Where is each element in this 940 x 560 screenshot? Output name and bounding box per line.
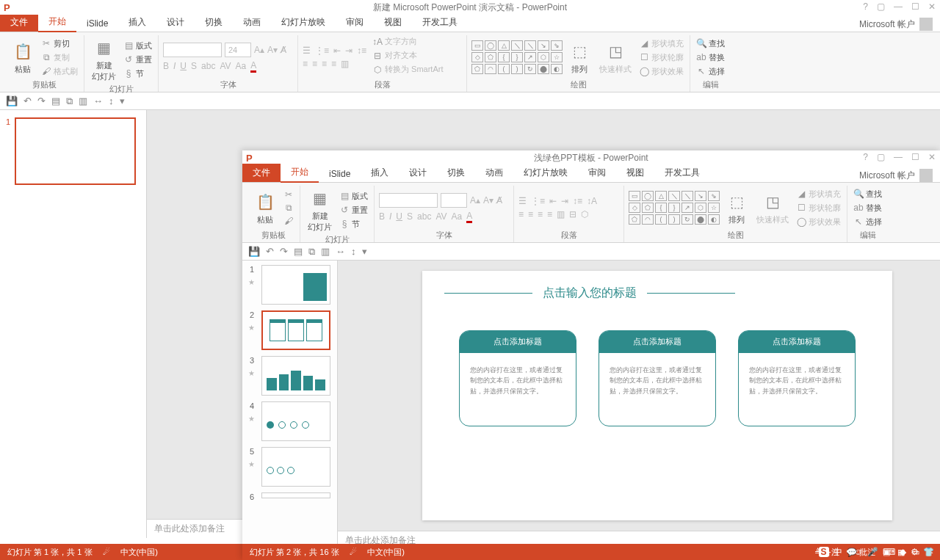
align-text-icon[interactable]: ⊟ — [569, 209, 576, 219]
arrange-button[interactable]: ⬚排列 — [565, 39, 593, 76]
select-button[interactable]: ↖选择 — [695, 65, 726, 78]
tab-design[interactable]: 设计 — [156, 13, 195, 32]
reset-button[interactable]: ↺重置 — [338, 204, 369, 217]
replace-button[interactable]: ab替换 — [695, 51, 726, 64]
bold-button[interactable]: B — [163, 61, 169, 71]
clear-format-icon[interactable]: A̸ — [281, 45, 286, 55]
slide-thumbnail[interactable]: 5★ — [245, 447, 334, 487]
spell-icon[interactable]: ☄ — [103, 548, 110, 557]
minimize-icon[interactable]: — — [894, 1, 903, 12]
copy-button[interactable]: ⧉复制 — [40, 51, 79, 64]
qat-icon[interactable]: ↔ — [336, 246, 345, 257]
tab-transitions[interactable]: 切换 — [195, 13, 233, 32]
bullets-icon[interactable]: ☰ — [303, 46, 311, 56]
qat-more-icon[interactable]: ▾ — [120, 95, 125, 106]
align-right-icon[interactable]: ≡ — [322, 59, 327, 69]
tab-review[interactable]: 审阅 — [336, 13, 374, 32]
cut-button[interactable]: ✂剪切 — [40, 37, 79, 50]
spacing-button[interactable]: AV — [435, 211, 446, 222]
text-direction-icon[interactable]: ↕A — [587, 196, 597, 206]
shrink-font-icon[interactable]: A▾ — [267, 45, 278, 55]
shape-effects-button[interactable]: ◯形状效果 — [795, 216, 842, 228]
format-painter-button[interactable]: 🖌格式刷 — [40, 65, 79, 78]
save-icon[interactable]: 💾 — [6, 95, 18, 106]
undo-icon[interactable]: ↶ — [24, 95, 32, 106]
tray-mic-icon[interactable]: 🎤 — [867, 547, 878, 557]
qat-icon[interactable]: ⧉ — [308, 246, 315, 258]
replace-button[interactable]: ab替换 — [852, 202, 883, 214]
tray-icon[interactable]: 👕 — [923, 547, 934, 557]
font-size-select[interactable]: 24 — [225, 43, 251, 57]
indent-dec-icon[interactable]: ⇤ — [549, 196, 557, 206]
ime-mode[interactable]: 中 — [834, 546, 842, 559]
maximize-icon[interactable]: ☐ — [911, 1, 919, 12]
ribbon-options-icon[interactable]: ▢ — [877, 152, 885, 162]
tab-slideshow[interactable]: 幻灯片放映 — [271, 13, 336, 32]
underline-button[interactable]: U — [396, 211, 402, 222]
align-left-icon[interactable]: ≡ — [518, 209, 524, 219]
tab-islide[interactable]: iSlide — [319, 166, 361, 182]
copy-button[interactable]: ⧉ — [282, 202, 295, 214]
tab-transitions[interactable]: 切换 — [437, 164, 475, 182]
grow-font-icon[interactable]: A▴ — [254, 45, 264, 55]
save-icon[interactable]: 💾 — [248, 246, 260, 257]
shape-outline-button[interactable]: ☐形状轮廓 — [795, 202, 842, 214]
tab-file[interactable]: 文件 — [0, 13, 38, 32]
qat-icon[interactable]: ▥ — [321, 246, 330, 257]
select-button[interactable]: ↖选择 — [852, 216, 883, 228]
account-2[interactable]: Microsoft 帐户 — [859, 169, 933, 182]
qat-icon[interactable]: ▥ — [79, 95, 87, 106]
font-family-select[interactable] — [379, 193, 438, 208]
help-icon[interactable]: ? — [863, 1, 868, 12]
tab-home[interactable]: 开始 — [281, 163, 319, 183]
font-size-select[interactable] — [441, 193, 467, 208]
line-spacing-icon[interactable]: ↕≡ — [573, 196, 582, 206]
layout-button[interactable]: ▤版式 — [122, 40, 153, 52]
font-family-select[interactable] — [163, 43, 222, 57]
find-button[interactable]: 🔍查找 — [695, 37, 726, 50]
slide-thumbnail-1[interactable]: 1 — [15, 117, 136, 185]
justify-icon[interactable]: ≡ — [331, 59, 336, 69]
quick-styles-button[interactable]: ◳快速样式 — [596, 39, 634, 76]
numbering-icon[interactable]: ⋮≡ — [531, 196, 545, 206]
undo-icon[interactable]: ↶ — [266, 246, 274, 257]
tab-view[interactable]: 视图 — [616, 164, 654, 182]
bullets-icon[interactable]: ☰ — [518, 196, 527, 206]
new-slide-button[interactable]: ▦新建 幻灯片 — [305, 186, 335, 234]
reset-button[interactable]: ↺重置 — [122, 54, 153, 66]
tray-emoji-icon[interactable]: ☺ — [854, 547, 863, 557]
tab-view[interactable]: 视图 — [374, 13, 412, 32]
tab-animations[interactable]: 动画 — [233, 13, 271, 32]
tab-insert[interactable]: 插入 — [361, 164, 399, 182]
tray-keyboard-icon[interactable]: ⌨ — [883, 547, 895, 557]
sogou-ime-icon[interactable]: S — [819, 547, 829, 557]
shapes-gallery[interactable]: ▭◯△＼＼↘⇘ ◇⬠{}↗⬡☆ ⬠◠()↻⬤◐ — [629, 191, 720, 225]
underline-button[interactable]: U — [180, 61, 187, 71]
find-button[interactable]: 🔍查找 — [852, 188, 883, 200]
qat-icon[interactable]: ↔ — [93, 95, 103, 106]
tray-icon[interactable]: ◆ — [900, 547, 906, 557]
tab-file[interactable]: 文件 — [242, 164, 281, 182]
tab-slideshow[interactable]: 幻灯片放映 — [513, 164, 578, 182]
qat-icon[interactable]: ↕ — [351, 246, 356, 257]
close-icon[interactable]: ✕ — [928, 1, 936, 12]
case-button[interactable]: Aa — [452, 211, 463, 222]
content-card[interactable]: 点击添加标题您的内容打在这里，或者通过复制您的文本后，在此框中选择粘贴，并选择只… — [459, 330, 576, 426]
text-direction-button[interactable]: ↕A文字方向 — [371, 35, 444, 48]
tray-settings-icon[interactable]: ⚙ — [911, 547, 919, 557]
redo-icon[interactable]: ↷ — [37, 95, 46, 106]
layout-button[interactable]: ▤版式 — [338, 190, 369, 203]
spell-icon[interactable]: ☄ — [350, 548, 357, 557]
slide-title-placeholder[interactable]: 点击输入您的标题 — [543, 286, 637, 301]
content-card[interactable]: 点击添加标题您的内容打在这里，或者通过复制您的文本后，在此框中选择粘贴，并选择只… — [599, 330, 716, 426]
tab-review[interactable]: 审阅 — [578, 164, 616, 182]
clear-format-icon[interactable]: A̸ — [496, 195, 502, 206]
slide-thumbnail[interactable]: 4★ — [245, 401, 334, 441]
tab-devtools[interactable]: 开发工具 — [412, 13, 468, 32]
smartart-button[interactable]: ⬡转换为 SmartArt — [371, 63, 444, 76]
content-card[interactable]: 点击添加标题您的内容打在这里，或者通过复制您的文本后，在此框中选择粘贴，并选择只… — [738, 330, 856, 426]
tab-insert[interactable]: 插入 — [118, 13, 156, 32]
language-1[interactable]: 中文(中国) — [120, 547, 158, 558]
align-text-button[interactable]: ⊟对齐文本 — [371, 49, 444, 62]
qat-icon[interactable]: ▤ — [294, 246, 303, 257]
